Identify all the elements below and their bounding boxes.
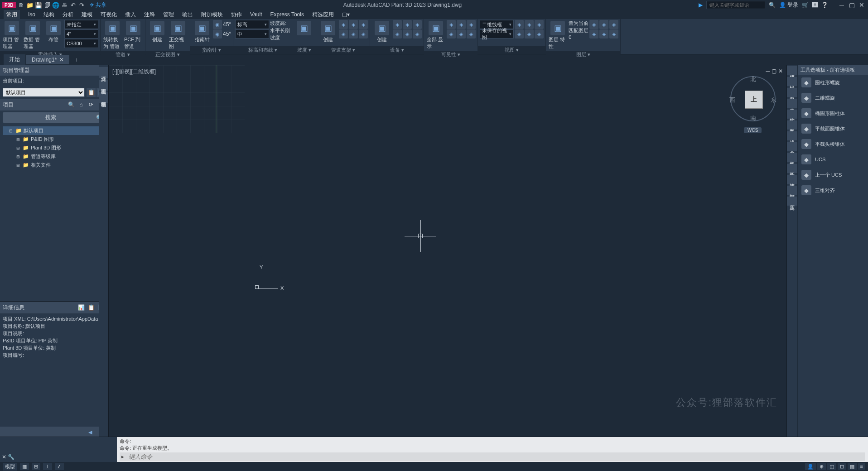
project-search-box[interactable]: 搜索 🔍	[3, 112, 106, 123]
refresh-icon[interactable]: ⟳	[87, 100, 96, 109]
panel-title[interactable]: 管道支架 ▾	[316, 46, 370, 54]
ribbon-dropdown[interactable]: 未保存的视图	[480, 29, 514, 38]
ribbon-button[interactable]: ▣图层 特性	[548, 20, 568, 51]
web-icon[interactable]: 🌐	[52, 1, 59, 9]
sb-icon[interactable]: ▦	[848, 463, 857, 470]
palette-category-tab[interactable]: 建模	[787, 66, 797, 75]
ribbon-small-icon[interactable]: ◈	[525, 20, 534, 29]
ribbon-button[interactable]: ▣数据 管理器	[23, 20, 43, 51]
palette-category-tab[interactable]: 绘图	[787, 164, 797, 173]
ribbon-small-icon[interactable]: ◈	[359, 20, 368, 29]
panel-title[interactable]: 坡度 ▾	[292, 46, 316, 54]
tree-item[interactable]: ⊞📁P&ID 图形	[3, 135, 106, 144]
model-tab[interactable]: 模型	[3, 463, 17, 471]
save-icon[interactable]: 💾	[35, 1, 42, 9]
ribbon-button[interactable]: ▣指南针	[192, 20, 212, 44]
tree-item[interactable]: ⊞📁相关文件	[3, 161, 106, 169]
det-icon2[interactable]: 📋	[87, 303, 96, 312]
panel-title[interactable]: 标高和布线 ▾	[233, 46, 292, 54]
plot-icon[interactable]: 🖶	[61, 1, 68, 9]
ribbon-small-icon[interactable]: ◈	[467, 29, 476, 38]
ribbon-button[interactable]: ▣PCF 到 管道	[123, 20, 143, 51]
drawing-canvas[interactable]: 源文件正面视图等轴测视图 [-][俯视][二维线框] ─ ▢ ✕ XY 上 北 …	[109, 65, 786, 437]
menu-item-4[interactable]: 建模	[82, 11, 92, 19]
close-button[interactable]: ✕	[857, 1, 866, 9]
new-icon[interactable]: 🗎	[18, 1, 25, 9]
expand-icon[interactable]: ⊞	[16, 137, 21, 142]
panel-title[interactable]: 图层 ▾	[546, 51, 620, 58]
menu-item-7[interactable]: 注释	[144, 11, 155, 19]
tree-item[interactable]: ⊞📁管道等级库	[3, 152, 106, 161]
ribbon-small-icon[interactable]: ◈	[457, 29, 466, 38]
menu-item-2[interactable]: 结构	[43, 11, 54, 19]
open-icon[interactable]: 📁	[26, 1, 34, 9]
sb-icon[interactable]: 👤	[805, 463, 816, 470]
tree-item[interactable]: ⊟📁默认项目	[3, 126, 106, 135]
ribbon-small-icon[interactable]: ◈	[339, 20, 348, 29]
side-tab[interactable]: 源文件	[99, 67, 108, 78]
ribbon-small-icon[interactable]: ◈	[349, 20, 358, 29]
palette-category-tab[interactable]: 高压	[787, 197, 797, 206]
menu-item-3[interactable]: 分析	[63, 11, 73, 19]
menu-item-5[interactable]: 可视化	[101, 11, 117, 19]
panel-title[interactable]: 管道 ▾	[101, 51, 145, 58]
tab-start[interactable]: 开始	[4, 54, 25, 65]
snap-icon[interactable]: ⊞	[32, 463, 40, 470]
ribbon-small-icon[interactable]: ◈	[467, 20, 476, 29]
menu-item-0[interactable]: 常用	[4, 10, 20, 19]
ribbon-small-icon[interactable]: ◈	[403, 20, 412, 29]
ribbon-small-icon[interactable]: ◈	[447, 29, 456, 38]
search-arrow-icon[interactable]: ▶	[699, 2, 703, 8]
panel-title[interactable]: 视图 ▾	[478, 46, 545, 54]
palette-item[interactable]: ◆平截头棱锥体	[798, 136, 868, 152]
view-cube-face[interactable]: 上	[745, 91, 763, 109]
ribbon-small-icon[interactable]: ◈	[403, 29, 412, 38]
ribbon-small-icon[interactable]: ◈	[359, 29, 368, 38]
palette-category-tab[interactable]: 约束	[787, 175, 797, 184]
viewport-min-icon[interactable]: ─	[766, 68, 770, 74]
palette-category-tab[interactable]: 图案	[787, 120, 797, 130]
ribbon-small-icon[interactable]: ◈	[609, 20, 618, 29]
ribbon-small-icon[interactable]: ◈	[515, 29, 524, 38]
cmd-tool-icon[interactable]: 🔧	[8, 454, 14, 460]
wcs-badge[interactable]: WCS	[744, 127, 762, 133]
help-search-input[interactable]	[706, 1, 765, 9]
cmd-close-icon[interactable]: ✕	[2, 454, 6, 460]
ribbon-small-icon[interactable]: ◈	[535, 29, 544, 38]
palette-category-tab[interactable]: 土木	[787, 99, 797, 108]
ribbon-small-icon[interactable]: ◈	[339, 29, 348, 38]
ribbon-small-icon[interactable]: ◈	[515, 20, 524, 29]
expand-icon[interactable]: ⊞	[16, 154, 21, 159]
menu-item-13[interactable]: Express Tools	[270, 11, 304, 18]
side-tab[interactable]: 正面视图	[99, 80, 108, 91]
sb-icon[interactable]: ◫	[827, 463, 836, 470]
palette-category-tab[interactable]: 机械	[787, 77, 797, 86]
maximize-button[interactable]: ▢	[847, 1, 856, 9]
help-icon[interactable]: ❔	[821, 2, 828, 8]
sb-icon[interactable]: ≡	[858, 463, 865, 470]
saveas-icon[interactable]: 🗐	[43, 1, 51, 9]
sb-icon[interactable]: ⊡	[838, 463, 846, 470]
appstore-icon[interactable]: 🅰	[812, 2, 818, 8]
menu-item-11[interactable]: 协作	[231, 11, 242, 19]
ribbon-button[interactable]: ▣正交视图	[168, 20, 188, 51]
ribbon-small-icon[interactable]: ◈	[609, 29, 618, 38]
ribbon-small-icon[interactable]: ◈	[525, 29, 534, 38]
cart-icon[interactable]: 🛒	[802, 2, 809, 8]
sb-icon[interactable]: ⊕	[817, 463, 826, 470]
undo-icon[interactable]: ↶	[69, 1, 77, 9]
tree-item[interactable]: ⊞📁Plant 3D 图形	[3, 144, 106, 152]
copy-icon[interactable]: 📋	[87, 88, 96, 97]
ribbon-dropdown[interactable]: 标高	[235, 20, 269, 29]
add-tab-button[interactable]: +	[70, 55, 83, 65]
ribbon-button[interactable]: ▣项目 管理器	[2, 20, 22, 51]
menu-item-12[interactable]: Vault	[250, 11, 262, 18]
login-button[interactable]: 👤 登录	[779, 1, 798, 9]
small-icon[interactable]: ◉	[213, 20, 222, 29]
ribbon-button[interactable]: ▣创建	[372, 20, 392, 44]
current-project-select[interactable]: 默认项目	[3, 88, 85, 97]
ribbon-button[interactable]: ▣创建	[318, 20, 338, 44]
ribbon-button[interactable]: ▣布管	[43, 20, 63, 44]
palette-category-tab[interactable]: 荧光灯	[787, 186, 797, 195]
ribbon-small-icon[interactable]: ◈	[457, 20, 466, 29]
